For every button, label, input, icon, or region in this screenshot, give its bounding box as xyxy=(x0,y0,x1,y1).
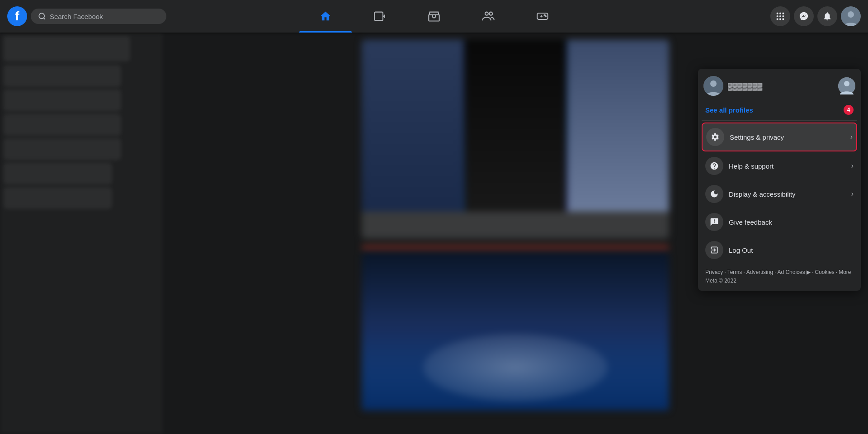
help-icon xyxy=(710,161,719,170)
menu-item-settings-privacy[interactable]: Settings & privacy › xyxy=(702,123,857,151)
svg-point-22 xyxy=(848,11,854,18)
divider-1 xyxy=(702,120,857,121)
log-out-label: Log Out xyxy=(729,246,753,254)
navbar-left: f Search Facebook xyxy=(7,6,170,26)
footer-terms[interactable]: Terms xyxy=(727,269,742,275)
notification-badge: 4 xyxy=(844,105,854,115)
help-icon-circle xyxy=(705,157,723,175)
nav-marketplace[interactable] xyxy=(408,5,460,28)
search-icon xyxy=(38,12,46,20)
logout-icon xyxy=(710,245,719,255)
navbar-center xyxy=(299,5,569,28)
feedback-icon xyxy=(710,217,719,226)
svg-point-0 xyxy=(39,13,44,19)
navbar-right xyxy=(698,6,861,26)
svg-rect-15 xyxy=(777,15,778,17)
logout-icon-circle xyxy=(705,241,723,259)
user-avatar-button[interactable] xyxy=(841,6,861,26)
svg-point-6 xyxy=(489,12,492,15)
menu-item-logout-left: Log Out xyxy=(705,241,753,259)
menu-item-display-accessibility[interactable]: Display & accessibility › xyxy=(702,180,857,208)
settings-privacy-label: Settings & privacy xyxy=(730,133,784,141)
feed-card-text-1 xyxy=(362,212,669,239)
svg-rect-20 xyxy=(783,19,784,20)
main-content: ▓▓▓▓▓▓▓ See all profiles 4 xyxy=(0,33,868,434)
footer-more[interactable]: More xyxy=(839,269,851,275)
video-icon xyxy=(373,10,386,23)
left-sidebar xyxy=(0,33,163,434)
menu-item-settings-left: Settings & privacy xyxy=(706,128,784,146)
moon-icon xyxy=(710,189,719,198)
profile-info: ▓▓▓▓▓▓▓ xyxy=(703,76,763,96)
svg-rect-18 xyxy=(777,19,778,20)
grid-icon xyxy=(775,11,785,21)
help-chevron: › xyxy=(851,162,854,170)
footer-privacy[interactable]: Privacy xyxy=(705,269,723,275)
home-icon xyxy=(319,10,332,23)
nav-gaming[interactable] xyxy=(516,5,569,28)
feed-card-2 xyxy=(362,252,669,410)
menu-item-give-feedback[interactable]: Give feedback xyxy=(702,208,857,236)
svg-point-5 xyxy=(485,12,488,15)
feed-card-image-1 xyxy=(362,40,669,212)
profile-name: ▓▓▓▓▓▓▓ xyxy=(728,82,763,90)
feed-card-1 xyxy=(362,40,669,239)
settings-chevron: › xyxy=(850,133,853,141)
menu-item-help-support[interactable]: Help & support › xyxy=(702,152,857,179)
gear-icon xyxy=(711,132,720,142)
footer-links: Privacy·Terms·Advertising·Ad Choices ▶·C… xyxy=(702,264,857,287)
search-bar[interactable]: Search Facebook xyxy=(31,9,166,24)
groups-icon xyxy=(482,10,495,23)
svg-rect-12 xyxy=(777,13,778,14)
svg-rect-14 xyxy=(783,13,784,14)
help-support-label: Help & support xyxy=(729,162,774,170)
menu-item-help-left: Help & support xyxy=(705,157,774,175)
svg-point-24 xyxy=(710,80,717,87)
menu-item-display-left: Display & accessibility xyxy=(705,185,796,203)
nav-video[interactable] xyxy=(354,5,406,28)
apps-button[interactable] xyxy=(770,6,790,26)
feedback-icon-circle xyxy=(705,213,723,231)
svg-rect-13 xyxy=(779,13,781,14)
settings-icon-circle xyxy=(706,128,724,146)
messenger-button[interactable] xyxy=(794,6,814,26)
nav-groups[interactable] xyxy=(462,5,514,28)
facebook-logo[interactable]: f xyxy=(7,6,27,26)
marketplace-icon xyxy=(428,10,440,23)
notifications-button[interactable] xyxy=(817,6,837,26)
svg-rect-2 xyxy=(374,12,383,21)
profile-avatar[interactable] xyxy=(703,76,723,96)
menu-item-log-out[interactable]: Log Out xyxy=(702,236,857,264)
footer-cookies[interactable]: Cookies xyxy=(815,269,834,275)
profile-row: ▓▓▓▓▓▓▓ xyxy=(702,72,857,99)
see-all-profiles[interactable]: See all profiles 4 xyxy=(702,101,857,118)
svg-rect-17 xyxy=(783,15,784,17)
gaming-icon xyxy=(536,10,549,23)
feed-card-image-2 xyxy=(362,252,669,410)
svg-line-1 xyxy=(43,18,45,19)
footer-copyright: Meta © 2022 xyxy=(705,278,736,284)
menu-item-feedback-left: Give feedback xyxy=(705,213,772,231)
display-chevron: › xyxy=(851,190,854,198)
display-accessibility-label: Display & accessibility xyxy=(729,190,796,198)
search-placeholder: Search Facebook xyxy=(50,13,103,20)
dropdown-menu: ▓▓▓▓▓▓▓ See all profiles 4 xyxy=(698,69,861,291)
svg-point-11 xyxy=(545,16,546,17)
footer-advertising[interactable]: Advertising xyxy=(746,269,773,275)
svg-point-26 xyxy=(844,81,849,86)
footer-ad-choices[interactable]: Ad Choices ▶ xyxy=(777,269,811,275)
svg-rect-19 xyxy=(779,19,781,20)
messenger-icon xyxy=(799,11,809,21)
bell-icon xyxy=(822,11,832,21)
user-avatar-icon xyxy=(841,6,861,26)
navbar: f Search Facebook xyxy=(0,0,868,33)
display-icon-circle xyxy=(705,185,723,203)
give-feedback-label: Give feedback xyxy=(729,218,772,226)
svg-rect-16 xyxy=(779,15,781,17)
nav-home[interactable] xyxy=(299,5,352,28)
see-all-profiles-label: See all profiles xyxy=(705,106,753,114)
secondary-avatar[interactable] xyxy=(838,77,855,94)
